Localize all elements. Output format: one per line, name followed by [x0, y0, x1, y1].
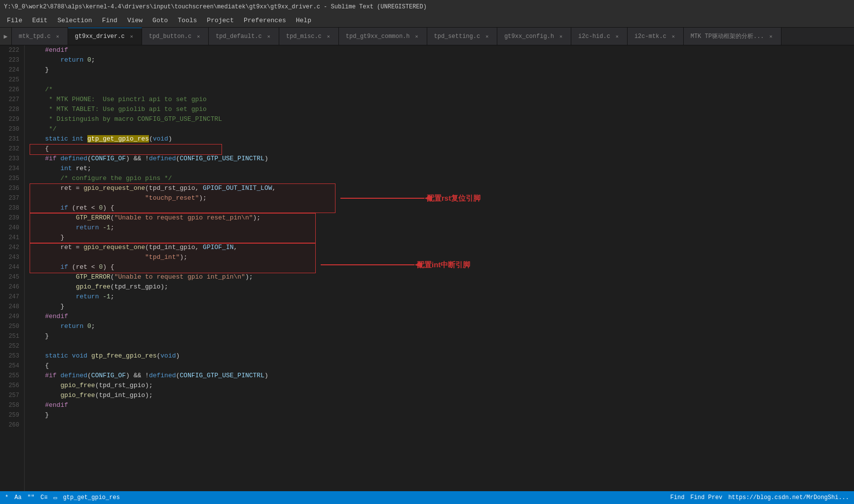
- line-num-244: 244: [5, 262, 19, 272]
- menu-file[interactable]: File: [2, 15, 27, 26]
- code-line-245: GTP_ERROR("Unable to request gpio int_pi…: [25, 272, 854, 282]
- code-line-232: {: [25, 144, 854, 154]
- status-find-prev[interactable]: Find Prev: [690, 494, 722, 501]
- tab-close-icon[interactable]: ✕: [558, 33, 564, 40]
- code-line-222: #endif: [25, 45, 854, 55]
- tab-bar: ▶ mtk_tpd.c ✕ gt9xx_driver.c ✕ tpd_butto…: [0, 28, 854, 45]
- menu-view[interactable]: View: [122, 15, 148, 26]
- tab-close-icon[interactable]: ✕: [413, 33, 419, 40]
- menu-preferences[interactable]: Preferences: [239, 15, 291, 26]
- code-line-255: #if defined(CONFIG_OF) && !defined(CONFI…: [25, 371, 854, 381]
- menu-help[interactable]: Help: [291, 15, 316, 26]
- line-num-226: 226: [5, 85, 19, 95]
- tab-i2c-hid[interactable]: i2c-hid.c ✕: [571, 28, 628, 45]
- menu-bar: File Edit Selection Find View Goto Tools…: [0, 14, 854, 28]
- code-line-256: gpio_free(tpd_rst_gpio);: [25, 381, 854, 391]
- code-area[interactable]: #endif return 0; } /* * MTK PHONE: Use p…: [25, 45, 854, 491]
- line-num-259: 259: [5, 410, 19, 420]
- tab-tpd-misc[interactable]: tpd_misc.c ✕: [279, 28, 339, 45]
- tab-close-icon[interactable]: ✕: [326, 33, 332, 40]
- code-line-239: GTP_ERROR("Unable to request gpio reset_…: [25, 213, 854, 223]
- line-num-227: 227: [5, 95, 19, 105]
- menu-tools[interactable]: Tools: [173, 15, 202, 26]
- line-num-247: 247: [5, 292, 19, 302]
- tab-close-icon[interactable]: ✕: [55, 33, 61, 40]
- tab-gt9xx-driver[interactable]: gt9xx_driver.c ✕: [68, 28, 142, 45]
- code-line-231: static int gtp_get_gpio_res(void): [25, 134, 854, 144]
- line-num-249: 249: [5, 312, 19, 322]
- line-num-238: 238: [5, 203, 19, 213]
- line-num-251: 251: [5, 331, 19, 341]
- tab-close-icon[interactable]: ✕: [129, 33, 135, 40]
- status-function: gtp_get_gpio_res: [63, 494, 120, 501]
- code-line-244: if (ret < 0) {: [25, 262, 854, 272]
- code-line-236: ret = gpio_request_one(tpd_rst_gpio, GPI…: [25, 183, 854, 193]
- line-num-255: 255: [5, 371, 19, 381]
- tab-tpd-default[interactable]: tpd_default.c ✕: [209, 28, 279, 45]
- code-line-251: }: [25, 331, 854, 341]
- menu-selection[interactable]: Selection: [52, 15, 97, 26]
- tab-label: i2c-mtk.c: [634, 33, 667, 40]
- tab-label: tpd_gt9xx_common.h: [346, 33, 410, 40]
- line-num-230: 230: [5, 124, 19, 134]
- code-line-259: }: [25, 410, 854, 420]
- tab-mtk-tp[interactable]: MTK TP驱动框架的分析... ✕: [684, 28, 781, 45]
- menu-find[interactable]: Find: [97, 15, 122, 26]
- code-line-247: return -1;: [25, 292, 854, 302]
- tab-tpd-common[interactable]: tpd_gt9xx_common.h ✕: [339, 28, 427, 45]
- line-num-257: 257: [5, 391, 19, 400]
- code-line-240: return -1;: [25, 223, 854, 233]
- code-line-250: return 0;: [25, 322, 854, 331]
- code-line-248: }: [25, 302, 854, 312]
- line-num-235: 235: [5, 174, 19, 183]
- tab-label: tpd_misc.c: [286, 33, 322, 40]
- menu-project[interactable]: Project: [202, 15, 239, 26]
- code-line-233: #if defined(CONFIG_OF) && !defined(CONFI…: [25, 154, 854, 164]
- status-find[interactable]: Find: [670, 494, 685, 501]
- line-num-224: 224: [5, 65, 19, 75]
- tab-close-icon[interactable]: ✕: [768, 33, 774, 40]
- line-num-242: 242: [5, 243, 19, 252]
- status-asterisk: *: [5, 494, 8, 501]
- line-num-243: 243: [5, 252, 19, 262]
- code-line-249: #endif: [25, 312, 854, 322]
- tab-tpd-button[interactable]: tpd_button.c ✕: [142, 28, 209, 45]
- tab-label: tpd_setting.c: [434, 33, 481, 40]
- line-num-229: 229: [5, 114, 19, 124]
- line-num-250: 250: [5, 322, 19, 331]
- tab-gt9xx-config[interactable]: gt9xx_config.h ✕: [497, 28, 571, 45]
- tab-close-icon[interactable]: ✕: [614, 33, 620, 40]
- code-line-227: * MTK PHONE: Use pinctrl api to set gpio: [25, 95, 854, 105]
- line-num-241: 241: [5, 233, 19, 243]
- code-line-241: }: [25, 233, 854, 243]
- status-rect[interactable]: ▭: [53, 494, 57, 502]
- status-encoding[interactable]: Aa: [14, 494, 21, 501]
- status-spaces[interactable]: "": [28, 494, 35, 501]
- tab-close-icon[interactable]: ✕: [266, 33, 272, 40]
- tab-close-icon[interactable]: ✕: [484, 33, 490, 40]
- tab-tpd-setting[interactable]: tpd_setting.c ✕: [427, 28, 498, 45]
- tab-close-icon[interactable]: ✕: [670, 33, 676, 40]
- code-line-243: "tpd_int");: [25, 252, 854, 262]
- line-num-223: 223: [5, 55, 19, 65]
- editor-container: 222 223 224 225 226 227 228 229 230 231 …: [0, 45, 854, 491]
- tab-close-icon[interactable]: ✕: [195, 33, 201, 40]
- line-num-240: 240: [5, 223, 19, 233]
- status-symbol[interactable]: C≡: [40, 494, 47, 501]
- menu-goto[interactable]: Goto: [148, 15, 173, 26]
- tab-label: i2c-hid.c: [578, 33, 610, 40]
- line-num-245: 245: [5, 272, 19, 282]
- line-num-246: 246: [5, 282, 19, 292]
- code-line-260: [25, 420, 854, 430]
- line-num-248: 248: [5, 302, 19, 312]
- line-num-237: 237: [5, 193, 19, 203]
- menu-edit[interactable]: Edit: [27, 15, 52, 26]
- line-num-228: 228: [5, 105, 19, 114]
- tab-i2c-mtk[interactable]: i2c-mtk.c ✕: [628, 28, 684, 45]
- line-num-239: 239: [5, 213, 19, 223]
- line-num-225: 225: [5, 75, 19, 85]
- line-num-253: 253: [5, 351, 19, 361]
- tab-mtk-tpd[interactable]: mtk_tpd.c ✕: [12, 28, 68, 45]
- tab-scroll-left[interactable]: ▶: [0, 28, 12, 45]
- tab-label: MTK TP驱动框架的分析...: [691, 32, 764, 40]
